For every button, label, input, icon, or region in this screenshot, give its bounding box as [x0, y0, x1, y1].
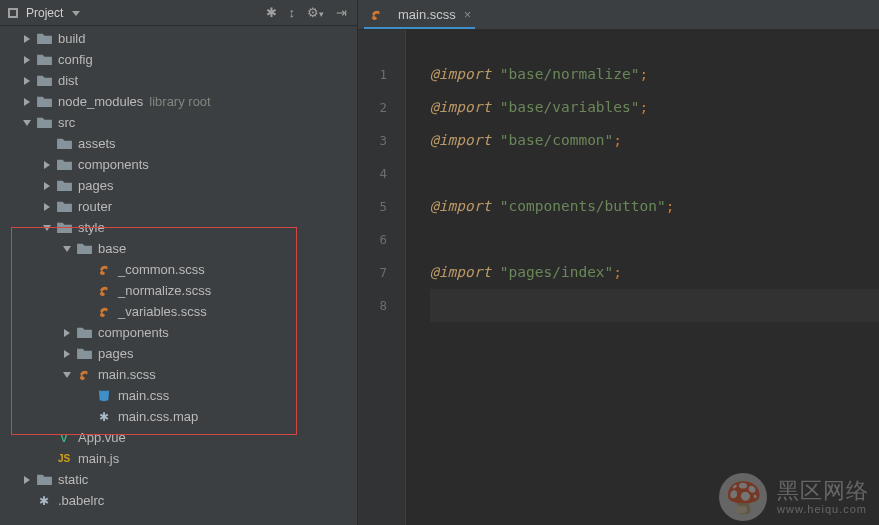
editor-gutter: 12345678 [358, 30, 406, 525]
tree-item[interactable]: pages [0, 343, 357, 364]
tree-item[interactable]: router [0, 196, 357, 217]
tree-item[interactable]: dist [0, 70, 357, 91]
tab-main-scss[interactable]: main.scss × [358, 0, 481, 29]
tree-item-label: config [58, 52, 93, 67]
tree-item[interactable]: build [0, 28, 357, 49]
expand-icon[interactable] [22, 76, 32, 86]
tree-item[interactable]: VApp.vue [0, 427, 357, 448]
folder-icon [56, 178, 72, 194]
collapse-icon[interactable] [22, 118, 32, 128]
close-icon[interactable]: × [464, 7, 472, 22]
svg-marker-12 [64, 350, 70, 358]
vue-icon: V [56, 430, 72, 446]
tree-item[interactable]: src [0, 112, 357, 133]
tree-item[interactable]: node_moduleslibrary root [0, 91, 357, 112]
tree-item-label: style [78, 220, 105, 235]
tree-item-label: assets [78, 136, 116, 151]
tree-item-label: main.js [78, 451, 119, 466]
code-line[interactable] [430, 289, 879, 322]
svg-marker-9 [43, 225, 51, 231]
expand-icon[interactable] [42, 202, 52, 212]
tab-title: main.scss [398, 7, 456, 22]
collapse-icon[interactable]: ↕ [289, 6, 296, 19]
project-panel-header: Project ✱ ↕ ⚙▾ ⇥ [0, 0, 357, 26]
folder-icon [56, 220, 72, 236]
tree-item-label: _common.scss [118, 262, 205, 277]
folder-icon [76, 241, 92, 257]
code-line[interactable] [430, 223, 879, 256]
code-line[interactable]: @import "base/normalize"; [430, 58, 879, 91]
svg-marker-8 [44, 203, 50, 211]
editor: main.scss × 12345678 @import "base/norma… [358, 0, 879, 525]
sass-icon [96, 304, 112, 320]
tree-item[interactable]: main.scss [0, 364, 357, 385]
line-number: 7 [358, 256, 405, 289]
svg-marker-4 [24, 98, 30, 106]
gear-icon[interactable]: ⚙▾ [307, 6, 324, 19]
line-number: 6 [358, 223, 405, 256]
editor-tabbar: main.scss × [358, 0, 879, 30]
tree-item[interactable]: pages [0, 175, 357, 196]
folder-icon [76, 325, 92, 341]
folder-icon [56, 136, 72, 152]
tree-item[interactable]: _common.scss [0, 259, 357, 280]
tree-item-label: main.scss [98, 367, 156, 382]
expand-icon[interactable] [22, 97, 32, 107]
tree-item[interactable]: style [0, 217, 357, 238]
code-line[interactable] [430, 157, 879, 190]
code-line[interactable]: @import "base/common"; [430, 124, 879, 157]
code-line[interactable]: @import "base/variables"; [430, 91, 879, 124]
target-icon[interactable]: ✱ [266, 6, 277, 19]
collapse-icon[interactable] [62, 370, 72, 380]
sass-icon [368, 7, 384, 23]
project-tree[interactable]: buildconfigdistnode_moduleslibrary roots… [0, 26, 357, 525]
expand-icon[interactable] [62, 328, 72, 338]
expand-icon[interactable] [42, 160, 52, 170]
tree-item[interactable]: JSmain.js [0, 448, 357, 469]
folder-icon [56, 157, 72, 173]
tree-item-label: _normalize.scss [118, 283, 211, 298]
collapse-icon[interactable] [62, 244, 72, 254]
chevron-down-icon[interactable] [69, 6, 83, 20]
tree-item[interactable]: base [0, 238, 357, 259]
tree-item[interactable]: main.css [0, 385, 357, 406]
tree-item[interactable]: components [0, 154, 357, 175]
folder-icon [36, 472, 52, 488]
tree-item[interactable]: _variables.scss [0, 301, 357, 322]
tree-item-label: router [78, 199, 112, 214]
sass-icon [96, 283, 112, 299]
project-icon [6, 6, 20, 20]
expand-icon[interactable] [22, 34, 32, 44]
code-line[interactable]: @import "components/button"; [430, 190, 879, 223]
editor-code[interactable]: @import "base/normalize";@import "base/v… [406, 30, 879, 525]
expand-icon[interactable] [42, 181, 52, 191]
sass-icon [96, 262, 112, 278]
tree-item[interactable]: config [0, 49, 357, 70]
tree-item[interactable]: components [0, 322, 357, 343]
tree-item[interactable]: static [0, 469, 357, 490]
tree-item-label: pages [78, 178, 113, 193]
tree-item[interactable]: _normalize.scss [0, 280, 357, 301]
svg-marker-7 [44, 182, 50, 190]
tree-item[interactable]: assets [0, 133, 357, 154]
line-number: 5 [358, 190, 405, 223]
svg-marker-2 [24, 56, 30, 64]
collapse-icon[interactable] [42, 223, 52, 233]
tree-item[interactable]: ✱.babelrc [0, 490, 357, 511]
folder-icon [56, 199, 72, 215]
tree-item-label: static [58, 472, 88, 487]
tree-item-label: node_modules [58, 94, 143, 109]
hide-icon[interactable]: ⇥ [336, 6, 347, 19]
panel-toolbar: ✱ ↕ ⚙▾ ⇥ [266, 6, 352, 19]
tree-item[interactable]: ✱main.css.map [0, 406, 357, 427]
expand-icon[interactable] [62, 349, 72, 359]
expand-icon[interactable] [22, 475, 32, 485]
expand-icon[interactable] [22, 55, 32, 65]
tree-item-label: dist [58, 73, 78, 88]
tree-item-label: .babelrc [58, 493, 104, 508]
tree-item-label: App.vue [78, 430, 126, 445]
folder-icon [36, 52, 52, 68]
css-icon [96, 388, 112, 404]
svg-marker-14 [24, 476, 30, 484]
code-line[interactable]: @import "pages/index"; [430, 256, 879, 289]
